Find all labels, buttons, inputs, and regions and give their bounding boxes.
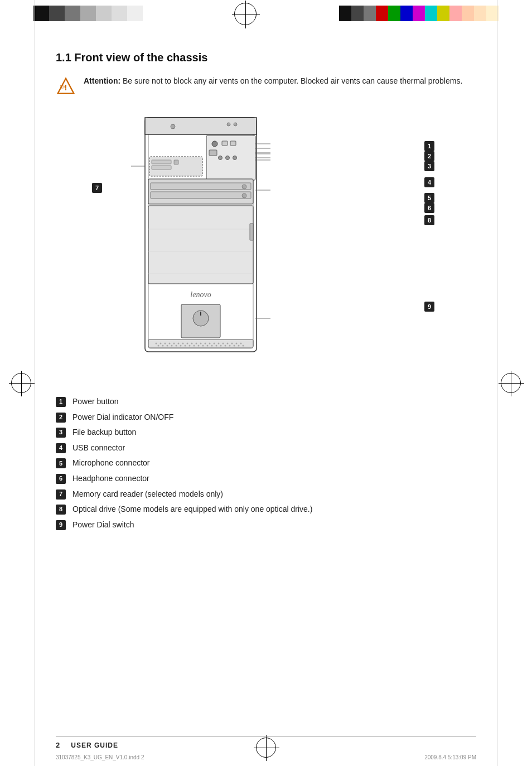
- legend-badge-4: 4: [56, 443, 66, 453]
- legend-badge-1: 1: [56, 397, 66, 407]
- svg-point-7: [234, 123, 237, 126]
- svg-point-84: [243, 345, 244, 347]
- svg-point-72: [189, 345, 191, 347]
- callout-3: 3: [424, 161, 434, 171]
- svg-rect-4: [145, 118, 257, 134]
- svg-point-58: [214, 343, 215, 345]
- svg-rect-11: [230, 141, 236, 146]
- svg-point-46: [160, 343, 162, 345]
- svg-point-57: [209, 343, 211, 345]
- svg-point-9: [212, 141, 217, 147]
- svg-point-76: [207, 345, 209, 347]
- legend-text-5: Microphone connector: [72, 458, 150, 469]
- svg-point-74: [198, 345, 200, 347]
- svg-point-54: [196, 343, 197, 345]
- svg-point-67: [167, 345, 168, 347]
- svg-point-65: [158, 345, 159, 347]
- page-footer: 2 User Guide 31037825_K3_UG_EN_V1.0.indd…: [56, 736, 476, 749]
- svg-point-77: [211, 345, 213, 347]
- svg-point-79: [220, 345, 222, 347]
- callout-9: 9: [424, 302, 434, 312]
- svg-point-14: [226, 156, 230, 160]
- legend-text-8: Optical drive (Some models are equipped …: [72, 504, 312, 515]
- svg-point-82: [234, 345, 235, 347]
- svg-text:!: !: [65, 83, 67, 92]
- attention-body: Be sure not to block any air vents on th…: [123, 76, 462, 85]
- callout-4: 4: [424, 177, 434, 187]
- footer-date: 2009.8.4 5:13:09 PM: [424, 754, 476, 760]
- legend-text-2: Power Dial indicator ON/OFF: [72, 412, 173, 423]
- svg-point-73: [194, 345, 195, 347]
- top-registration-bar: [0, 0, 532, 29]
- svg-point-78: [216, 345, 217, 347]
- side-line-right: [497, 0, 497, 766]
- svg-point-49: [173, 343, 175, 345]
- svg-rect-10: [222, 141, 228, 146]
- legend-badge-3: 3: [56, 428, 66, 438]
- diagram-container: lenovo: [56, 112, 476, 380]
- svg-point-5: [171, 124, 175, 129]
- svg-point-56: [205, 343, 206, 345]
- svg-rect-25: [148, 206, 253, 284]
- svg-rect-12: [209, 150, 217, 156]
- reg-mark-top: [234, 3, 257, 25]
- svg-point-51: [182, 343, 184, 345]
- callout-1: 1: [424, 141, 434, 151]
- svg-point-45: [156, 343, 157, 345]
- svg-point-83: [238, 345, 240, 347]
- footer-filename: 31037825_K3_UG_EN_V1.0.indd 2: [56, 754, 144, 760]
- svg-point-15: [233, 156, 237, 160]
- reg-mark-right: [501, 373, 521, 393]
- svg-point-69: [176, 345, 177, 347]
- svg-point-59: [218, 343, 220, 345]
- legend-item-7: 7 Memory card reader (selected models on…: [56, 489, 476, 500]
- svg-point-47: [165, 343, 166, 345]
- legend-item-9: 9 Power Dial switch: [56, 520, 476, 531]
- color-bar-left: [33, 6, 143, 21]
- svg-point-53: [191, 343, 193, 345]
- callout-6: 6: [424, 203, 434, 213]
- legend-text-4: USB connector: [72, 443, 125, 454]
- chassis-illustration: lenovo: [128, 112, 290, 374]
- svg-point-52: [187, 343, 188, 345]
- legend-item-3: 3 File backup button: [56, 427, 476, 438]
- color-bar-right: [339, 6, 499, 21]
- svg-text:)))): )))): [60, 84, 65, 89]
- attention-icon: ! )))): [56, 76, 76, 96]
- legend-item-8: 8 Optical drive (Some models are equippe…: [56, 504, 476, 515]
- footer-guide-label: User Guide: [71, 741, 118, 749]
- svg-point-13: [219, 156, 223, 160]
- section-title: 1.1 Front view of the chassis: [56, 51, 476, 64]
- svg-point-63: [236, 343, 238, 345]
- legend-badge-5: 5: [56, 458, 66, 468]
- page-number: 2: [56, 741, 60, 749]
- reg-mark-left: [11, 373, 31, 393]
- svg-point-6: [227, 123, 230, 126]
- svg-point-68: [171, 345, 173, 347]
- legend-text-7: Memory card reader (selected models only…: [72, 489, 223, 500]
- svg-point-66: [162, 345, 164, 347]
- svg-rect-21: [151, 183, 251, 190]
- legend-badge-9: 9: [56, 520, 66, 530]
- svg-point-61: [227, 343, 229, 345]
- legend-item-2: 2 Power Dial indicator ON/OFF: [56, 412, 476, 423]
- svg-rect-19: [174, 160, 178, 164]
- legend-text-6: Headphone connector: [72, 473, 149, 484]
- legend-text-9: Power Dial switch: [72, 520, 134, 531]
- callout-8: 8: [424, 215, 434, 225]
- attention-label: Attention:: [84, 76, 120, 85]
- legend-badge-6: 6: [56, 474, 66, 484]
- svg-point-24: [242, 193, 246, 198]
- svg-point-50: [178, 343, 180, 345]
- legend-text-1: Power button: [72, 396, 119, 408]
- callout-2: 2: [424, 151, 434, 161]
- svg-point-60: [223, 343, 224, 345]
- svg-text:lenovo: lenovo: [190, 290, 211, 299]
- legend-badge-8: 8: [56, 505, 66, 515]
- attention-text: Attention: Be sure not to block any air …: [84, 75, 462, 87]
- svg-rect-17: [152, 160, 171, 164]
- svg-point-75: [202, 345, 204, 347]
- svg-point-62: [231, 343, 233, 345]
- callout-7: 7: [92, 183, 102, 193]
- svg-rect-18: [152, 166, 171, 169]
